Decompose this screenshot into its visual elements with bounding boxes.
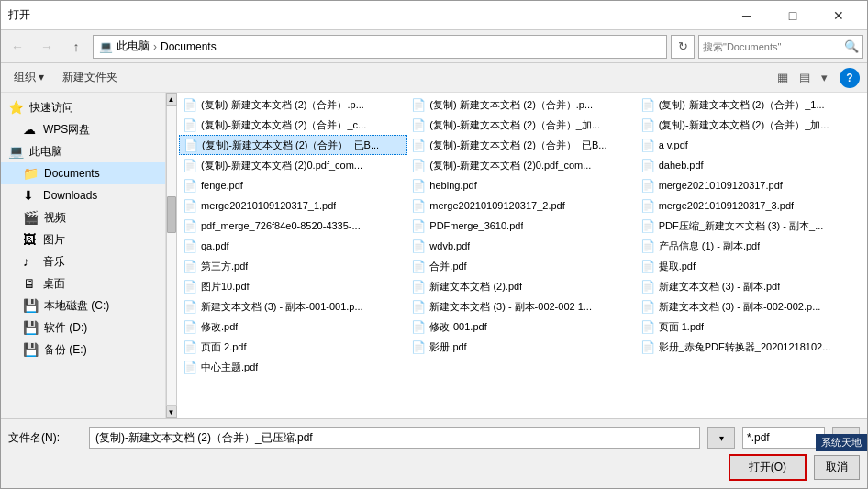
pdf-icon: 📄 <box>183 260 197 273</box>
table-row[interactable]: 📄merge20210109120317_2.pdf <box>407 195 636 216</box>
table-row[interactable]: 📄(复制)-新建文本文档 (2)0.pdf_com... <box>179 155 407 175</box>
file-name: merge20210109120317_2.pdf <box>429 200 564 211</box>
new-folder-button[interactable]: 新建文件夹 <box>57 67 123 88</box>
filetype-input[interactable] <box>742 427 825 449</box>
list-view-button[interactable]: ▤ <box>795 68 815 87</box>
table-row[interactable]: 📄修改-001.pdf <box>407 317 636 337</box>
sidebar-item-documents[interactable]: 📁Documents <box>1 162 165 184</box>
sidebar-item-quick-access[interactable]: ⭐快速访问 <box>1 96 165 118</box>
pdf-icon: 📄 <box>411 219 426 233</box>
sidebar-item-disk-d[interactable]: 💾软件 (D:) <box>1 317 165 339</box>
sidebar-item-local-disk-c[interactable]: 💾本地磁盘 (C:) <box>1 295 165 317</box>
pdf-icon: 📄 <box>411 199 426 213</box>
pdf-icon: 📄 <box>411 118 426 132</box>
grid-view-button[interactable]: ▦ <box>773 68 793 87</box>
table-row[interactable]: 📄中心主题.pdf <box>179 357 407 377</box>
sidebar-item-label: 桌面 <box>43 276 65 292</box>
filename-input[interactable] <box>89 427 700 449</box>
table-row[interactable]: 📄影册_赤兔PDF转换器_20201218102... <box>637 337 865 357</box>
table-row[interactable]: 📄新建文本文档 (2).pdf <box>407 276 636 296</box>
sidebar-item-label: 图片 <box>43 232 65 248</box>
sidebar-item-disk-e[interactable]: 💾备份 (E:) <box>1 339 165 361</box>
file-name: a v.pdf <box>659 139 688 150</box>
sidebar-item-wps-cloud[interactable]: ☁WPS网盘 <box>1 118 165 140</box>
sidebar-item-videos[interactable]: 🎬视频 <box>1 206 165 228</box>
table-row[interactable]: 📄图片10.pdf <box>179 276 407 296</box>
sidebar-item-downloads[interactable]: ⬇Downloads <box>1 184 165 206</box>
table-row[interactable]: 📄修改.pdf <box>179 317 407 337</box>
table-row[interactable]: 📄hebing.pdf <box>407 175 636 195</box>
sidebar-item-label: 软件 (D:) <box>44 320 87 336</box>
up-button[interactable]: ↑ <box>63 34 89 60</box>
table-row[interactable]: 📄wdvb.pdf <box>407 236 636 256</box>
search-input[interactable] <box>703 41 844 52</box>
table-row[interactable]: 📄(复制)-新建文本文档 (2)（合并）.p... <box>407 94 636 115</box>
table-row[interactable]: 📄新建文本文档 (3) - 副本-002-002.p... <box>637 296 865 317</box>
sidebar-scrollbar[interactable]: ▲ ▼ <box>166 93 177 418</box>
table-row[interactable]: 📄第三方.pdf <box>179 256 407 276</box>
table-row[interactable]: 📄合并.pdf <box>407 256 636 276</box>
sidebar-scroll-up[interactable]: ▲ <box>166 93 177 106</box>
minimize-button[interactable]: ─ <box>726 3 768 28</box>
table-row[interactable]: 📄新建文本文档 (3) - 副本-001-001.p... <box>179 296 407 317</box>
pdf-icon: 📄 <box>183 320 197 334</box>
window-controls: ─ □ ✕ <box>726 3 860 28</box>
table-row[interactable]: 📄新建文本文档 (3) - 副本-002-002 1... <box>407 296 636 317</box>
search-icon[interactable]: 🔍 <box>844 39 859 53</box>
open-button[interactable]: 打开(O) <box>729 454 807 481</box>
table-row[interactable]: 📄(复制)-新建文本文档 (2)0.pdf_com... <box>407 155 636 175</box>
table-row[interactable]: 📄PDF压缩_新建文本文档 (3) - 副本_... <box>637 216 865 236</box>
refresh-button[interactable]: ↻ <box>671 35 695 59</box>
desktop-icon: 🖥 <box>23 276 38 291</box>
table-row[interactable]: 📄(复制)-新建文本文档 (2)（合并）_已B... <box>407 135 636 155</box>
filename-row: 文件名(N): ▾ ▾ <box>8 427 860 449</box>
table-row[interactable]: 📄merge20210109120317_3.pdf <box>637 195 865 216</box>
file-name: PDF压缩_新建文本文档 (3) - 副本_... <box>659 219 824 233</box>
sidebar-item-pictures[interactable]: 🖼图片 <box>1 228 165 250</box>
sidebar-scroll-down[interactable]: ▼ <box>166 406 177 418</box>
file-name: (复制)-新建文本文档 (2)（合并）_已B... <box>202 139 379 152</box>
table-row[interactable]: 📄daheb.pdf <box>637 155 865 175</box>
table-row[interactable]: 📄(复制)-新建文本文档 (2)（合并）_加... <box>637 115 865 135</box>
table-row[interactable]: 📄fenge.pdf <box>179 175 407 195</box>
pictures-icon: 🖼 <box>23 232 38 247</box>
cancel-button[interactable]: 取消 <box>814 455 860 480</box>
file-name: 产品信息 (1) - 副本.pdf <box>659 239 761 253</box>
breadcrumb-pc: 此电脑 <box>117 39 150 54</box>
table-row[interactable]: 📄(复制)-新建文本文档 (2)（合并）_1... <box>637 94 865 115</box>
sidebar-scroll-thumb[interactable] <box>167 196 176 233</box>
pc-icon: 💻 <box>99 40 113 53</box>
forward-button[interactable]: → <box>34 34 60 60</box>
close-button[interactable]: ✕ <box>818 3 860 28</box>
table-row[interactable]: 📄(复制)-新建文本文档 (2)（合并）.p... <box>179 94 407 115</box>
table-row[interactable]: 📄产品信息 (1) - 副本.pdf <box>637 236 865 256</box>
table-row[interactable]: 📄新建文本文档 (3) - 副本.pdf <box>637 276 865 296</box>
help-button[interactable]: ? <box>840 68 860 88</box>
filename-dropdown-button[interactable]: ▾ <box>707 427 735 449</box>
maximize-button[interactable]: □ <box>772 3 814 28</box>
title-bar: 打开 ─ □ ✕ <box>1 1 867 30</box>
table-row[interactable]: 📄(复制)-新建文本文档 (2)（合并）_已B... <box>179 135 407 155</box>
wps-cloud-icon: ☁ <box>23 122 38 137</box>
table-row[interactable]: 📄a v.pdf <box>637 135 865 155</box>
table-row[interactable]: 📄merge20210109120317.pdf <box>637 175 865 195</box>
table-row[interactable]: 📄页面 1.pdf <box>637 317 865 337</box>
back-button[interactable]: ← <box>5 34 30 60</box>
sidebar-item-this-pc[interactable]: 💻此电脑 <box>1 140 165 162</box>
table-row[interactable]: 📄pdf_merge_726f84e0-8520-4335-... <box>179 216 407 236</box>
table-row[interactable]: 📄(复制)-新建文本文档 (2)（合并）_c... <box>179 115 407 135</box>
table-row[interactable]: 📄页面 2.pdf <box>179 337 407 357</box>
table-row[interactable]: 📄PDFmerge_3610.pdf <box>407 216 636 236</box>
sidebar-item-music[interactable]: ♪音乐 <box>1 250 165 272</box>
table-row[interactable]: 📄qa.pdf <box>179 236 407 256</box>
view-dropdown-button[interactable]: ▾ <box>817 68 832 87</box>
table-row[interactable]: 📄影册.pdf <box>407 337 636 357</box>
filename-label: 文件名(N): <box>8 430 82 446</box>
table-row[interactable]: 📄merge20210109120317_1.pdf <box>179 195 407 216</box>
pdf-icon: 📄 <box>640 98 655 112</box>
sidebar-item-desktop[interactable]: 🖥桌面 <box>1 272 165 295</box>
organize-button[interactable]: 组织 ▾ <box>8 67 50 88</box>
pdf-icon: 📄 <box>183 300 197 314</box>
table-row[interactable]: 📄提取.pdf <box>637 256 865 276</box>
table-row[interactable]: 📄(复制)-新建文本文档 (2)（合并）_加... <box>407 115 636 135</box>
